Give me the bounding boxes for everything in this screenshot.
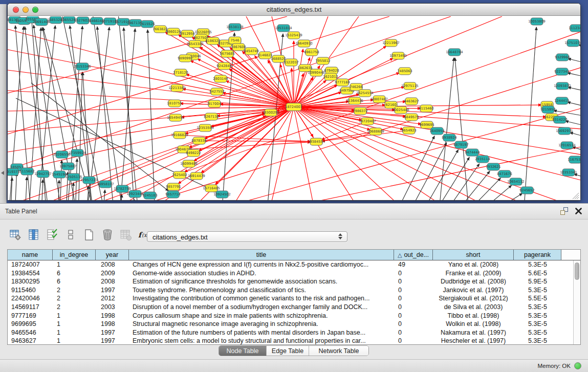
graph-node[interactable]: 9245183 (142, 192, 157, 199)
table-row[interactable]: 946362711997Embryonic stem cells: a mode… (8, 337, 580, 345)
graph-node[interactable]: 16648784 (446, 49, 463, 56)
graph-node[interactable]: 15325419 (285, 32, 302, 39)
graph-node[interactable]: 16549455 (167, 114, 184, 121)
graph-node[interactable]: 12213383 (168, 84, 186, 92)
graph-node-hub[interactable]: 18724007 (285, 103, 302, 111)
split-table-icon[interactable] (63, 228, 77, 242)
graph-node[interactable]: 16914479 (188, 172, 205, 180)
graph-node[interactable]: 6849575 (404, 114, 419, 121)
table-row[interactable]: 2242004622012Investigating the contribut… (8, 294, 580, 303)
graph-node[interactable]: 9498222 (186, 149, 201, 157)
graph-node[interactable]: 10353341 (560, 169, 577, 176)
graph-node[interactable]: 9474444 (465, 149, 480, 156)
graph-node[interactable]: 16254554 (356, 90, 374, 97)
graph-node[interactable]: 3919373 (8, 168, 20, 176)
network-window-titlebar[interactable]: citations_edges.txt (8, 4, 580, 16)
column-header-short[interactable]: short (433, 250, 514, 260)
graph-node[interactable]: 9654923 (401, 127, 416, 134)
delete-table-icon[interactable] (100, 228, 114, 242)
graph-node[interactable]: 7663822 (153, 26, 167, 33)
graph-node[interactable]: 12093872 (554, 82, 571, 90)
table-row[interactable]: 1938455462009Genome-wide association stu… (8, 269, 580, 278)
table-row[interactable]: 911546021997Tourette syndrome. Phenomeno… (8, 286, 580, 295)
graph-node[interactable]: 9115460 (419, 105, 433, 112)
graph-node[interactable]: 15751074 (564, 39, 580, 47)
graph-node[interactable]: 7625402 (172, 171, 187, 179)
graph-node[interactable]: 7932621 (486, 163, 500, 170)
graph-node[interactable]: 9857791 (166, 183, 181, 190)
graph-node[interactable]: 917004 (208, 100, 221, 107)
graph-node[interactable]: 12213967 (382, 39, 400, 47)
graph-node[interactable]: 18531814 (275, 25, 292, 32)
graph-node[interactable]: 5675685 (220, 50, 234, 57)
graph-node[interactable]: 7986372 (353, 107, 367, 115)
table-row[interactable]: 1830029562008Estimation of significance … (8, 277, 580, 286)
table-row[interactable]: 1456911722003Disruption of a novel membe… (8, 303, 580, 312)
graph-node[interactable]: 20206556 (53, 151, 71, 158)
graph-node[interactable]: 20153346 (74, 63, 91, 70)
graph-node[interactable]: 8471676 (497, 170, 512, 178)
graph-node[interactable]: 10688609 (367, 128, 384, 135)
graph-node[interactable]: 19166825 (171, 132, 188, 139)
memory-status-icon[interactable] (574, 362, 581, 369)
row-selection-icon[interactable] (45, 228, 59, 242)
table-row[interactable]: 969969511998Structural magnetic resonanc… (8, 320, 580, 329)
graph-node[interactable]: 10025488 (392, 106, 409, 114)
column-header-year[interactable]: year (96, 250, 129, 260)
graph-node[interactable]: 8427552 (209, 88, 224, 95)
graph-node[interactable]: 10654112 (507, 178, 525, 185)
graph-node[interactable]: 9857714 (165, 191, 180, 198)
column-header-out_de[interactable]: △out_de... (394, 250, 433, 260)
graph-node[interactable]: 8912954 (180, 30, 194, 37)
graph-node[interactable]: 19384554 (308, 138, 325, 145)
graph-node[interactable]: 16720407 (359, 118, 376, 125)
graph-node[interactable]: 12975115 (401, 82, 419, 90)
graph-node[interactable]: 1115682 (19, 168, 34, 175)
resize-grip-icon[interactable] (575, 195, 579, 199)
graph-node[interactable]: 2803144 (213, 75, 228, 82)
graph-node[interactable]: 9777169 (335, 79, 350, 86)
table-panel-header[interactable]: Table Panel (0, 204, 588, 220)
create-table-icon[interactable] (82, 228, 96, 242)
graph-node[interactable]: 8267130 (204, 113, 219, 120)
scrollbar-thumb[interactable] (575, 262, 579, 280)
graph-node[interactable]: 16538118 (226, 24, 244, 31)
float-panel-icon[interactable] (560, 207, 568, 215)
citation-network-graph[interactable]: 8813054140557142055814206914061685328710… (8, 16, 580, 200)
graph-node[interactable]: 9329966 (555, 54, 570, 61)
graph-node[interactable]: 9146821 (257, 52, 272, 59)
graph-node[interactable]: 12923448 (126, 190, 144, 198)
graph-node[interactable]: 7485063 (397, 68, 412, 75)
graph-node[interactable]: 12353594 (197, 124, 214, 132)
graph-node[interactable]: 1810755 (167, 100, 182, 107)
table-row[interactable]: 1872400712008Changes of HCN gene express… (8, 260, 580, 269)
graph-node[interactable]: 7615526 (140, 20, 155, 28)
graph-node[interactable]: 12942757 (34, 170, 52, 178)
graph-node[interactable]: 7546 (229, 37, 241, 44)
show-columns-icon[interactable] (27, 228, 40, 242)
resize-grip-icon[interactable] (577, 197, 579, 199)
graph-node[interactable]: 9215958 (540, 106, 555, 113)
graph-node[interactable]: 8938924 (442, 134, 456, 141)
graph-node[interactable]: 16099489 (180, 160, 198, 167)
table-settings-icon[interactable] (8, 228, 22, 242)
column-header-name[interactable]: name (8, 250, 53, 260)
close-panel-icon[interactable] (575, 208, 582, 214)
column-header-in_degree[interactable]: in_degree (53, 250, 96, 260)
graph-node[interactable]: 9245652 (519, 187, 534, 194)
graph-node[interactable]: 10973493 (389, 52, 407, 59)
graph-node[interactable]: 10975887 (59, 163, 77, 170)
graph-node[interactable]: 9314220 (552, 116, 567, 123)
graph-node[interactable]: 17016514 (558, 142, 576, 149)
control-panel-edge[interactable] (0, 4, 7, 203)
graph-node[interactable]: 17957223 (80, 177, 98, 184)
graph-node[interactable]: 1244415 (554, 97, 569, 104)
graph-node[interactable]: 9242845 (216, 62, 231, 70)
table-row[interactable]: 977716911998Corpus callosum shape and si… (8, 312, 580, 320)
graph-node[interactable]: 1112345 (569, 25, 580, 32)
graph-node[interactable]: 9463627 (404, 98, 419, 105)
network-canvas[interactable]: 8813054140557142055814206914061685328710… (8, 16, 580, 200)
graph-node[interactable]: 6961758 (304, 49, 319, 56)
graph-node[interactable]: 10924502 (213, 191, 231, 198)
graph-node[interactable]: 6879197 (453, 141, 468, 148)
